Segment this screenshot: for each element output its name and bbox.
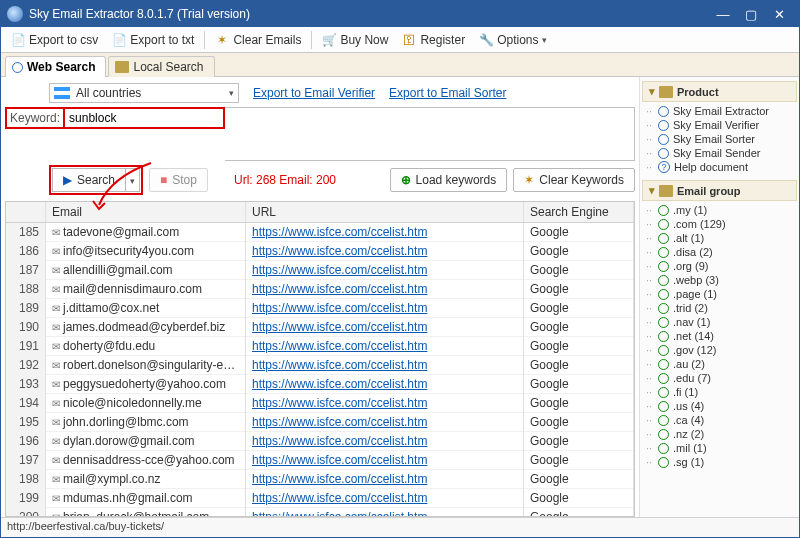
keyword-textarea[interactable] (225, 107, 635, 161)
group-item[interactable]: .disa (2) (646, 245, 797, 259)
load-keywords-button[interactable]: ⊕Load keywords (390, 168, 508, 192)
table-row[interactable]: 200✉brian_durack@hotmail.comhttps://www.… (6, 508, 634, 516)
group-item[interactable]: .org (9) (646, 259, 797, 273)
clear-keywords-button[interactable]: ✶Clear Keywords (513, 168, 635, 192)
cell-url[interactable]: https://www.isfce.com/ccelist.htm (246, 431, 524, 451)
table-row[interactable]: 185✉tadevone@gmail.comhttps://www.isfce.… (6, 223, 634, 242)
cell-url[interactable]: https://www.isfce.com/ccelist.htm (246, 393, 524, 413)
product-item[interactable]: Sky Email Sorter (646, 132, 797, 146)
maximize-button[interactable]: ▢ (737, 4, 765, 24)
cell-url[interactable]: https://www.isfce.com/ccelist.htm (246, 298, 524, 318)
cell-url[interactable]: https://www.isfce.com/ccelist.htm (246, 355, 524, 375)
separator (204, 31, 205, 49)
cell-url[interactable]: https://www.isfce.com/ccelist.htm (246, 450, 524, 470)
product-item[interactable]: ?Help document (646, 160, 797, 174)
group-item[interactable]: .nav (1) (646, 315, 797, 329)
cell-url[interactable]: https://www.isfce.com/ccelist.htm (246, 507, 524, 516)
table-row[interactable]: 198✉mail@xympl.co.nzhttps://www.isfce.co… (6, 470, 634, 489)
cell-url[interactable]: https://www.isfce.com/ccelist.htm (246, 488, 524, 508)
table-row[interactable]: 194✉nicole@nicoledonnelly.mehttps://www.… (6, 394, 634, 413)
cell-url[interactable]: https://www.isfce.com/ccelist.htm (246, 374, 524, 394)
product-item[interactable]: Sky Email Extractor (646, 104, 797, 118)
cell-search-engine: Google (524, 298, 634, 318)
search-button[interactable]: ▶Search (52, 168, 126, 192)
close-button[interactable]: ✕ (765, 4, 793, 24)
search-dropdown-button[interactable]: ▾ (126, 168, 140, 192)
minimize-button[interactable]: — (709, 4, 737, 24)
row-number: 200 (6, 507, 46, 516)
group-item[interactable]: .com (129) (646, 217, 797, 231)
tab-local-search[interactable]: Local Search (108, 56, 214, 77)
keyword-input[interactable] (65, 107, 225, 129)
globe-icon (658, 275, 669, 286)
row-number: 187 (6, 260, 46, 280)
col-number[interactable] (6, 202, 46, 222)
group-item[interactable]: .page (1) (646, 287, 797, 301)
cell-url[interactable]: https://www.isfce.com/ccelist.htm (246, 317, 524, 337)
export-txt-button[interactable]: 📄Export to txt (106, 31, 200, 49)
table-row[interactable]: 190✉james.dodmead@cyberdef.bizhttps://ww… (6, 318, 634, 337)
cell-url[interactable]: https://www.isfce.com/ccelist.htm (246, 412, 524, 432)
cell-url[interactable]: https://www.isfce.com/ccelist.htm (246, 469, 524, 489)
group-item[interactable]: .fi (1) (646, 385, 797, 399)
product-item[interactable]: Sky Email Sender (646, 146, 797, 160)
group-item[interactable]: .my (1) (646, 203, 797, 217)
options-button[interactable]: 🔧Options ▾ (473, 31, 553, 49)
keyword-label: Keyword: (5, 107, 65, 129)
table-row[interactable]: 189✉j.dittamo@cox.nethttps://www.isfce.c… (6, 299, 634, 318)
group-item[interactable]: .us (4) (646, 399, 797, 413)
group-item-label: .edu (7) (673, 372, 711, 384)
status-counts: Url: 268 Email: 200 (234, 173, 336, 187)
cell-email: ✉tadevone@gmail.com (46, 223, 246, 242)
group-item[interactable]: .ca (4) (646, 413, 797, 427)
cell-url[interactable]: https://www.isfce.com/ccelist.htm (246, 260, 524, 280)
group-item[interactable]: .trid (2) (646, 301, 797, 315)
group-item[interactable]: .au (2) (646, 357, 797, 371)
group-item[interactable]: .sg (1) (646, 455, 797, 469)
register-button[interactable]: ⚿Register (396, 31, 471, 49)
stop-button[interactable]: ■Stop (149, 168, 208, 192)
group-item[interactable]: .webp (3) (646, 273, 797, 287)
product-item[interactable]: Sky Email Verifier (646, 118, 797, 132)
cell-url[interactable]: https://www.isfce.com/ccelist.htm (246, 336, 524, 356)
country-dropdown[interactable]: All countries ▾ (49, 83, 239, 103)
chevron-down-icon: ▾ (229, 88, 234, 98)
table-row[interactable]: 199✉mdumas.nh@gmail.comhttps://www.isfce… (6, 489, 634, 508)
group-item[interactable]: .gov (12) (646, 343, 797, 357)
table-row[interactable]: 195✉john.dorling@lbmc.comhttps://www.isf… (6, 413, 634, 432)
group-item[interactable]: .net (14) (646, 329, 797, 343)
export-verifier-link[interactable]: Export to Email Verifier (253, 86, 375, 100)
email-group-panel-header[interactable]: ▾Email group (642, 180, 797, 201)
table-row[interactable]: 186✉info@itsecurity4you.comhttps://www.i… (6, 242, 634, 261)
group-item[interactable]: .alt (1) (646, 231, 797, 245)
table-row[interactable]: 193✉peggysuedoherty@yahoo.comhttps://www… (6, 375, 634, 394)
row-number: 190 (6, 317, 46, 337)
cell-email: ✉james.dodmead@cyberdef.biz (46, 317, 246, 337)
group-item-label: .net (14) (673, 330, 714, 342)
buy-now-button[interactable]: 🛒Buy Now (316, 31, 394, 49)
col-email[interactable]: Email (46, 202, 246, 222)
cell-url[interactable]: https://www.isfce.com/ccelist.htm (246, 241, 524, 261)
table-row[interactable]: 188✉mail@dennisdimauro.comhttps://www.is… (6, 280, 634, 299)
chevron-down-icon: ▾ (130, 176, 135, 186)
group-item-label: .ca (4) (673, 414, 704, 426)
cell-url[interactable]: https://www.isfce.com/ccelist.htm (246, 279, 524, 299)
group-item[interactable]: .mil (1) (646, 441, 797, 455)
col-search-engine[interactable]: Search Engine (524, 202, 634, 222)
table-row[interactable]: 197✉dennisaddress-cce@yahoo.comhttps://w… (6, 451, 634, 470)
tab-web-search[interactable]: Web Search (5, 56, 106, 77)
product-panel-header[interactable]: ▾Product (642, 81, 797, 102)
table-row[interactable]: 187✉allendilli@gmail.comhttps://www.isfc… (6, 261, 634, 280)
table-row[interactable]: 192✉robert.donelson@singularity-ed…https… (6, 356, 634, 375)
wrench-icon: 🔧 (479, 33, 493, 47)
group-item[interactable]: .nz (2) (646, 427, 797, 441)
group-item-label: .us (4) (673, 400, 704, 412)
cell-url[interactable]: https://www.isfce.com/ccelist.htm (246, 223, 524, 242)
table-row[interactable]: 191✉doherty@fdu.eduhttps://www.isfce.com… (6, 337, 634, 356)
export-sorter-link[interactable]: Export to Email Sorter (389, 86, 506, 100)
clear-emails-button[interactable]: ✶Clear Emails (209, 31, 307, 49)
col-url[interactable]: URL (246, 202, 524, 222)
export-csv-button[interactable]: 📄Export to csv (5, 31, 104, 49)
group-item[interactable]: .edu (7) (646, 371, 797, 385)
table-row[interactable]: 196✉dylan.dorow@gmail.comhttps://www.isf… (6, 432, 634, 451)
